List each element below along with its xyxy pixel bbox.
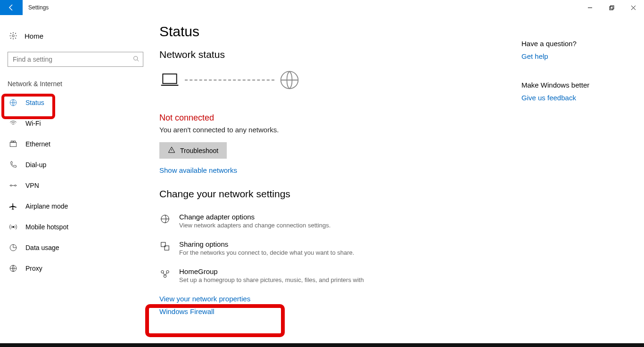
sidebar-item-datausage[interactable]: Data usage xyxy=(8,237,146,258)
app-title: Settings xyxy=(28,4,49,11)
sidebar-item-label: Proxy xyxy=(25,265,42,272)
search-input[interactable] xyxy=(13,56,133,63)
sidebar-item-label: Dial-up xyxy=(25,161,46,169)
sidebar-item-wifi[interactable]: Wi-Fi xyxy=(8,113,146,134)
sidebar-item-proxy[interactable]: Proxy xyxy=(8,258,146,279)
homegroup-icon xyxy=(159,267,171,283)
sidebar-home[interactable]: Home xyxy=(8,26,146,45)
svg-rect-5 xyxy=(10,142,17,146)
sidebar-item-airplane[interactable]: Airplane mode xyxy=(8,196,146,217)
setting-title: HomeGroup xyxy=(179,267,364,275)
setting-row-adapter[interactable]: Change adapter options View network adap… xyxy=(159,213,508,229)
svg-point-9 xyxy=(15,185,16,186)
svg-rect-13 xyxy=(163,74,176,83)
network-diagram xyxy=(159,70,508,90)
troubleshoot-label: Troubleshoot xyxy=(180,147,218,154)
window-controls xyxy=(579,0,644,15)
sidebar-section-label: Network & Internet xyxy=(8,80,146,88)
taskbar xyxy=(0,343,644,347)
search-icon xyxy=(133,56,139,63)
connection-status-desc: You aren't connected to any networks. xyxy=(159,126,508,134)
adapter-icon xyxy=(159,213,171,229)
setting-row-homegroup[interactable]: HomeGroup Set up a homegroup to share pi… xyxy=(159,267,508,283)
wifi-icon xyxy=(8,119,18,128)
setting-title: Sharing options xyxy=(179,240,354,248)
svg-point-10 xyxy=(13,226,14,228)
svg-point-8 xyxy=(10,185,12,186)
minimize-button[interactable] xyxy=(579,0,601,15)
sidebar-item-label: Mobile hotspot xyxy=(25,223,68,231)
setting-title: Change adapter options xyxy=(179,213,330,221)
warning-icon xyxy=(168,146,175,155)
view-properties-link[interactable]: View your network properties xyxy=(159,295,508,303)
main-content: Status Network status Not connected You … xyxy=(146,15,521,347)
sidebar-item-vpn[interactable]: VPN xyxy=(8,175,146,196)
connection-status-title: Not connected xyxy=(159,113,508,123)
sidebar-item-label: Data usage xyxy=(25,244,59,251)
network-status-heading: Network status xyxy=(159,49,508,60)
change-settings-heading: Change your network settings xyxy=(159,188,508,200)
sharing-icon xyxy=(159,240,171,256)
troubleshoot-button[interactable]: Troubleshoot xyxy=(159,142,227,159)
svg-point-2 xyxy=(12,35,15,37)
connection-line xyxy=(185,80,274,81)
airplane-icon xyxy=(8,202,18,210)
gear-icon xyxy=(8,32,18,40)
feedback-link[interactable]: Give us feedback xyxy=(521,94,576,102)
sidebar-item-label: VPN xyxy=(25,182,39,189)
right-column: Have a question? Get help Make Windows b… xyxy=(521,15,644,347)
search-box[interactable] xyxy=(8,52,143,67)
proxy-icon xyxy=(8,264,18,273)
feedback-heading: Make Windows better xyxy=(521,81,636,89)
svg-rect-1 xyxy=(611,6,614,9)
firewall-link[interactable]: Windows Firewall xyxy=(159,307,508,315)
svg-point-3 xyxy=(134,56,138,60)
close-button[interactable] xyxy=(622,0,644,15)
back-button[interactable] xyxy=(0,0,23,15)
ethernet-icon xyxy=(8,140,18,148)
setting-desc: View network adapters and change connect… xyxy=(179,222,330,229)
svg-rect-0 xyxy=(610,7,613,10)
sidebar-item-label: Wi-Fi xyxy=(25,120,41,127)
sidebar: Home Network & Internet Status Wi-Fi Eth… xyxy=(0,15,146,347)
sidebar-item-label: Airplane mode xyxy=(25,202,68,210)
datausage-icon xyxy=(8,243,18,252)
setting-desc: Set up a homegroup to share pictures, mu… xyxy=(179,276,364,283)
svg-rect-6 xyxy=(11,141,13,142)
dialup-icon xyxy=(8,161,18,169)
setting-row-sharing[interactable]: Sharing options For the networks you con… xyxy=(159,240,508,256)
question-heading: Have a question? xyxy=(521,40,636,48)
setting-desc: For the networks you connect to, decide … xyxy=(179,249,354,256)
status-icon xyxy=(8,98,18,107)
sidebar-item-label: Status xyxy=(25,99,44,106)
svg-point-20 xyxy=(164,275,166,278)
sidebar-item-ethernet[interactable]: Ethernet xyxy=(8,134,146,154)
titlebar: Settings xyxy=(0,0,644,15)
show-networks-link[interactable]: Show available networks xyxy=(159,166,508,174)
hotspot-icon xyxy=(8,223,18,231)
globe-icon xyxy=(279,70,300,90)
maximize-button[interactable] xyxy=(601,0,622,15)
sidebar-item-dialup[interactable]: Dial-up xyxy=(8,154,146,175)
sidebar-item-label: Ethernet xyxy=(25,140,50,148)
svg-rect-7 xyxy=(14,141,16,142)
vpn-icon xyxy=(8,181,18,190)
get-help-link[interactable]: Get help xyxy=(521,52,548,60)
page-title: Status xyxy=(159,24,508,40)
laptop-icon xyxy=(159,70,180,90)
sidebar-item-hotspot[interactable]: Mobile hotspot xyxy=(8,217,146,237)
sidebar-item-status[interactable]: Status xyxy=(8,92,146,113)
sidebar-home-label: Home xyxy=(25,32,43,40)
